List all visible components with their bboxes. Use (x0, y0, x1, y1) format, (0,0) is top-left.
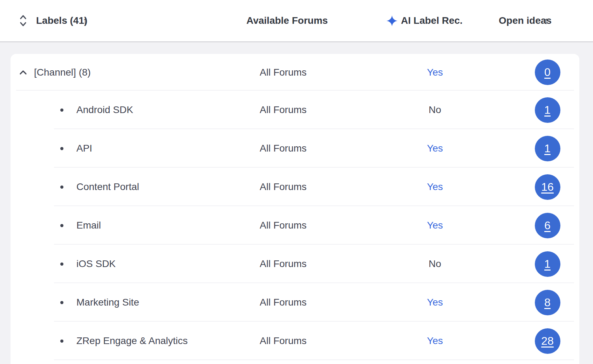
sort-ascending-icon[interactable]: ↑ (544, 0, 549, 41)
ai-label-rec-value: Yes (358, 67, 512, 78)
ai-label-rec-value: No (358, 104, 512, 115)
group-label[interactable]: [Channel] (8) (34, 67, 91, 78)
bullet-icon (60, 186, 63, 189)
bullet-icon (60, 301, 63, 304)
open-ideas-badge[interactable]: 1 (535, 136, 560, 161)
open-ideas-badge[interactable]: 1 (535, 97, 560, 123)
table-row: ZRep Engage & Analytics All Forums Yes 2… (11, 322, 579, 360)
bullet-icon (60, 147, 63, 150)
table-row: iOS SDK All Forums No 1 (11, 245, 579, 283)
label-name[interactable]: Email (76, 220, 101, 231)
available-forums-value: All Forums (260, 67, 358, 78)
bullet-icon (60, 340, 63, 343)
open-ideas-badge[interactable]: 0 (535, 59, 560, 85)
label-name[interactable]: Marketing Site (76, 297, 139, 308)
bullet-icon (60, 224, 63, 227)
ai-label-rec-value: No (358, 258, 512, 270)
table-row: Marketing Site All Forums Yes 8 (11, 283, 579, 322)
column-header-labels[interactable]: Labels (41) (36, 0, 87, 41)
table-row: API All Forums Yes 1 (11, 129, 579, 168)
label-name[interactable]: Content Portal (76, 181, 139, 192)
open-ideas-badge[interactable]: 1 (535, 251, 560, 277)
sort-toggle[interactable] (19, 0, 27, 41)
open-ideas-badge[interactable]: 8 (535, 290, 560, 315)
open-ideas-badge[interactable]: 28 (535, 328, 560, 354)
column-header-available-forums[interactable]: Available Forums (246, 0, 328, 41)
ai-sparkle-icon (387, 0, 397, 41)
label-name[interactable]: iOS SDK (76, 258, 116, 270)
ai-label-rec-value: Yes (358, 143, 512, 154)
available-forums-value: All Forums (260, 104, 358, 115)
sort-ascending-icon[interactable]: ↑ (83, 0, 88, 41)
available-forums-value: All Forums (260, 143, 358, 154)
bullet-icon (60, 108, 63, 112)
ai-label-rec-value: Yes (358, 335, 512, 346)
group-row-channel: [Channel] (8) All Forums Yes 0 (11, 54, 579, 91)
ai-label-rec-value: Yes (358, 297, 512, 308)
available-forums-value: All Forums (260, 181, 358, 192)
available-forums-value: All Forums (260, 220, 358, 231)
available-forums-value: All Forums (260, 258, 358, 270)
label-name[interactable]: Android SDK (76, 104, 133, 115)
bullet-icon (60, 262, 63, 266)
ai-label-rec-value: Yes (358, 220, 512, 231)
table-row: Content Portal All Forums Yes 16 (11, 168, 579, 206)
label-name[interactable]: API (76, 143, 92, 154)
table-row: Android SDK All Forums No 1 (11, 91, 579, 129)
available-forums-value: All Forums (260, 297, 358, 308)
table-header-bar: Labels (41) ↑ Available Forums AI Label … (0, 0, 593, 42)
open-ideas-badge[interactable]: 16 (535, 174, 560, 200)
table-row: Email All Forums Yes 6 (11, 206, 579, 245)
sort-up-down-icon (19, 13, 27, 28)
available-forums-value: All Forums (260, 335, 358, 346)
column-header-ai-label-rec[interactable]: AI Label Rec. (401, 0, 463, 41)
labels-table-card: [Channel] (8) All Forums Yes 0 Android S… (11, 54, 579, 364)
open-ideas-badge[interactable]: 6 (535, 213, 560, 238)
label-name[interactable]: ZRep Engage & Analytics (76, 335, 188, 346)
collapse-chevron-icon[interactable] (19, 70, 27, 75)
ai-label-rec-value: Yes (358, 181, 512, 192)
